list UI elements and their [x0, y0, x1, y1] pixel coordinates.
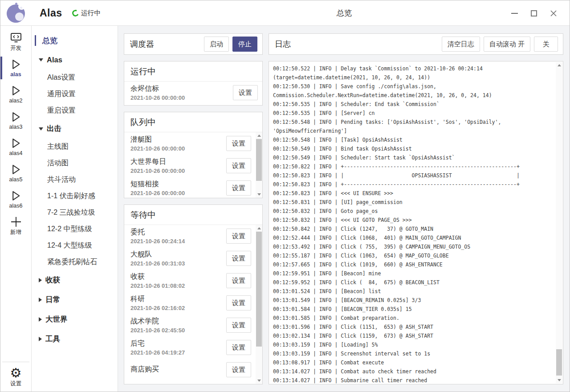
scroll-thumb[interactable] — [256, 232, 262, 347]
nav-item[interactable]: 活动图 — [32, 155, 118, 172]
task-row: 余烬信标 2021-10-26 00:00:00 设置 — [124, 82, 262, 104]
log-scrollbar[interactable] — [556, 62, 562, 384]
task-settings-button[interactable]: 设置 — [226, 318, 251, 333]
nav-item[interactable]: 重启设置 — [32, 102, 118, 119]
waiting-scrollbar[interactable] — [256, 225, 262, 384]
log-line: 00:12:50.548 | INFO | [Task] OpsiAshAssi… — [273, 135, 552, 144]
log-line: 00:12:50.535 | INFO | Scheduler: End tas… — [273, 100, 552, 109]
task-settings-button[interactable]: 设置 — [226, 251, 251, 266]
nav-item[interactable]: 7-2 三战捡垃圾 — [32, 204, 118, 221]
nav-item[interactable]: 主线图 — [32, 139, 118, 155]
log-line: 00:13:01.524 | INFO | [Beacon] list — [273, 287, 552, 296]
app-body: 开发 alas alas2 alas3 — [0, 26, 570, 392]
nav-item[interactable]: 1-1 伏击刷好感 — [32, 188, 118, 204]
task-info: 大舰队 2021-10-26 00:31:03 — [130, 250, 226, 267]
settings-button[interactable]: ⚙ 设置 — [0, 362, 31, 392]
nav-group-alas[interactable]: Alas — [32, 50, 118, 69]
log-line: 00:12:59.951 | INFO | [Beacon] mine — [273, 269, 552, 278]
scroll-thumb[interactable] — [556, 349, 562, 376]
sidebar-item-alas2[interactable]: alas2 — [0, 81, 31, 107]
task-settings-button[interactable]: 设置 — [233, 85, 258, 100]
log-line: 00:12:50.549 | INFO | Bind task OpsiAshA… — [273, 144, 552, 153]
waiting-panel: 等待中 委托 2021-10-26 00:24:14 设置 — [124, 204, 263, 384]
scheduler-panel: 调度器 启动 停止 — [124, 33, 263, 55]
sidebar-item-alas4[interactable]: alas4 — [0, 134, 31, 160]
task-settings-button[interactable]: 设置 — [226, 273, 251, 288]
log-line: 00:12:53.492 | INFO | Click ( 755, 395) … — [273, 242, 552, 251]
log-line: 00:12:57.665 | INFO | Click (1019, 660) … — [273, 260, 552, 269]
task-info: 战术学院 2021-10-26 02:45:50 — [130, 317, 226, 334]
clear-log-button[interactable]: 清空日志 — [442, 37, 480, 52]
autoscroll-on-button[interactable]: 自动滚动 开 — [484, 37, 530, 52]
nav-item[interactable]: 12-4 大型练级 — [32, 237, 118, 254]
scroll-up-arrow[interactable] — [256, 132, 262, 139]
sidebar-item-alas6[interactable]: alas6 — [0, 186, 31, 212]
nav-item[interactable]: 紧急委托刷钻石 — [32, 254, 118, 270]
log-line: 00:13:03.159 | INFO | [Loading] 5% — [273, 340, 552, 349]
nav-group-tools[interactable]: 工具 — [32, 329, 118, 349]
nav-group-opsi[interactable]: 大世界 — [32, 310, 118, 329]
nav-item[interactable]: 共斗活动 — [32, 172, 118, 188]
nav-group-reward[interactable]: 收获 — [32, 270, 118, 290]
menu-sidebar: 总览 Alas Alas设置 通用设置 重启设置 出击 — [32, 26, 118, 392]
task-settings-button[interactable]: 设置 — [226, 229, 251, 244]
task-info: 委托 2021-10-26 00:24:14 — [130, 228, 226, 245]
nav-group-label: 日常 — [45, 295, 60, 305]
running-title: 运行中 — [124, 61, 262, 82]
maximize-button[interactable] — [524, 4, 544, 22]
task-info: 收获 2021-10-26 01:08:02 — [130, 272, 226, 289]
stop-button[interactable]: 停止 — [232, 37, 257, 52]
queued-scrollbar[interactable] — [256, 132, 262, 198]
log-line: 00:12:50.535 | INFO | [Server] cn — [273, 109, 552, 118]
nav-item[interactable]: Alas设置 — [32, 69, 118, 86]
nav-group-daily[interactable]: 日常 — [32, 290, 118, 310]
log-line: Commission.Scheduler.NextRun=datetime.da… — [273, 91, 552, 100]
task-settings-button[interactable]: 设置 — [226, 340, 251, 355]
minimize-icon — [511, 13, 518, 14]
task-settings-button[interactable]: 设置 — [226, 158, 251, 173]
log-line: 00:13:14.027 | INFO | Combat auto check … — [273, 367, 552, 376]
nav-item-overview[interactable]: 总览 — [32, 31, 118, 50]
log-line: 00:12:50.822 | INFO | +-----------------… — [273, 162, 552, 171]
task-time: 2021-10-26 00:00:00 — [130, 145, 226, 152]
scroll-up-arrow[interactable] — [256, 225, 262, 232]
nav-item[interactable]: 通用设置 — [32, 86, 118, 102]
log-line: 00:12:50.823 | INFO | | OPSIASHASSIST | — [273, 171, 552, 180]
log-line: (target=datetime.datetime(2021, 10, 26, … — [273, 73, 552, 82]
scroll-down-arrow[interactable] — [556, 377, 562, 384]
task-row: 战术学院 2021-10-26 02:45:50 设置 — [124, 314, 256, 336]
start-button[interactable]: 启动 — [204, 37, 229, 52]
chevron-right-icon — [39, 298, 42, 302]
sidebar-item-alas3[interactable]: alas3 — [0, 107, 31, 134]
scroll-down-arrow[interactable] — [256, 191, 262, 198]
sidebar-item-label: alas4 — [9, 150, 23, 156]
queued-panel: 队列中 潜艇图 2021-10-26 00:00:00 设置 — [124, 112, 263, 198]
log-line: 00:12:50.823 | INFO | +-----------------… — [273, 180, 552, 189]
nav-item[interactable]: 12-2 中型练级 — [32, 221, 118, 237]
scroll-thumb[interactable] — [256, 139, 262, 181]
sidebar-item-dev[interactable]: 开发 — [0, 29, 31, 55]
app-title: Alas — [40, 7, 62, 19]
waiting-list: 委托 2021-10-26 00:24:14 设置 大舰队 2021- — [124, 225, 256, 384]
log-line: 00:12:50.823 | INFO | <<< UI ENSURE >>> — [273, 189, 552, 198]
sidebar-item-alas[interactable]: alas — [0, 55, 31, 81]
task-name: 余烬信标 — [130, 84, 233, 93]
scroll-down-arrow[interactable] — [256, 377, 262, 384]
sidebar-item-alas5[interactable]: alas5 — [0, 160, 31, 186]
task-settings-button[interactable]: 设置 — [226, 180, 251, 196]
task-settings-button[interactable]: 设置 — [226, 136, 251, 151]
nav-group-sortie[interactable]: 出击 — [32, 119, 118, 139]
scroll-up-arrow[interactable] — [556, 62, 562, 69]
add-instance-button[interactable]: 新增 — [0, 212, 31, 239]
task-settings-button[interactable]: 设置 — [226, 362, 251, 377]
task-info: 余烬信标 2021-10-26 00:00:00 — [130, 84, 233, 101]
nav-group-label: 大世界 — [45, 314, 68, 324]
minimize-button[interactable] — [505, 4, 524, 22]
task-name: 大舰队 — [130, 250, 226, 258]
task-settings-button[interactable]: 设置 — [226, 295, 251, 310]
task-name: 收获 — [130, 272, 226, 281]
autoscroll-off-button[interactable]: 关 — [534, 37, 558, 52]
instance-sidebar: 开发 alas alas2 alas3 — [0, 26, 32, 392]
close-button[interactable] — [544, 4, 563, 22]
log-line: 00:12:55.187 | INFO | Click (1063, 654) … — [273, 251, 552, 260]
